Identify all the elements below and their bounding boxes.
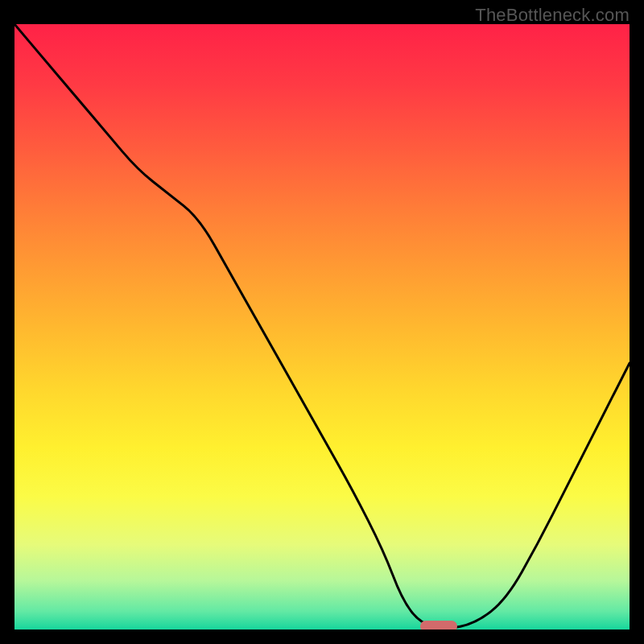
plot-area [14, 24, 630, 630]
gradient-rect [14, 24, 630, 630]
chart-frame: TheBottleneck.com [0, 0, 644, 644]
watermark-text: TheBottleneck.com [475, 5, 630, 26]
optimal-marker [420, 621, 457, 630]
heat-gradient-background [14, 24, 630, 630]
